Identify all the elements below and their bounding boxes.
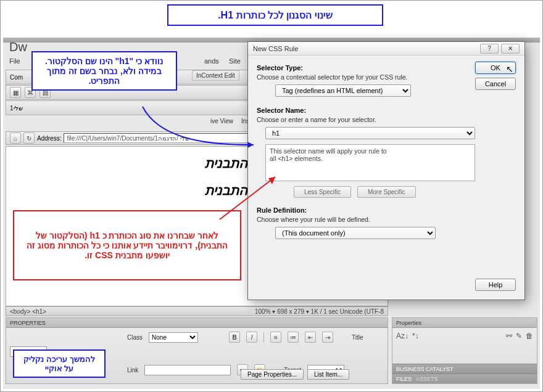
list-item-button[interactable]: List Item... bbox=[307, 369, 349, 380]
app-title: Dw bbox=[9, 40, 27, 54]
rule-definition-label: Rule Definition: bbox=[257, 206, 516, 214]
menu-commands[interactable]: ands bbox=[204, 57, 219, 65]
list-ul-icon[interactable]: ≡ bbox=[270, 332, 281, 343]
cursor-icon: ↖ bbox=[506, 64, 513, 74]
tab-files[interactable]: FILES bbox=[396, 376, 412, 382]
link-icon[interactable]: ⚯ bbox=[506, 332, 512, 340]
indent-icon[interactable]: ⇥ bbox=[322, 332, 333, 343]
annotation-preview: לאחר שבחרנו את סוג הכותרת כ h1 (הסלקטור … bbox=[13, 210, 241, 280]
status-info: 100% ▾ 698 x 279 ▾ 1K / 1 sec Unicode (U… bbox=[255, 308, 384, 315]
close-icon[interactable]: ✕ bbox=[501, 44, 520, 54]
dialog-titlebar[interactable]: New CSS Rule ? ✕ bbox=[248, 42, 524, 55]
class-select[interactable]: None bbox=[149, 332, 198, 343]
list-ol-icon[interactable]: ≔ bbox=[288, 332, 299, 343]
help-button[interactable]: Help bbox=[475, 279, 516, 291]
tab-assets[interactable]: ASSETS bbox=[416, 376, 438, 382]
selector-name-sub: Choose or enter a name for your selector… bbox=[257, 116, 516, 123]
page-properties-button[interactable]: Page Properties... bbox=[241, 369, 304, 380]
annotation-click-ok: להמשך עריכה נקליק על אוקיי bbox=[13, 349, 106, 378]
sort-star-icon[interactable]: *↓ bbox=[412, 332, 419, 340]
address-label: Address: bbox=[37, 135, 61, 142]
more-specific-button[interactable]: More Specific bbox=[357, 186, 416, 198]
tab-incontext[interactable]: InContext Edit bbox=[192, 70, 239, 81]
less-specific-button[interactable]: Less Specific bbox=[294, 186, 351, 198]
status-bar: <body> <h1> 100% ▾ 698 x 279 ▾ 1K / 1 se… bbox=[6, 306, 388, 316]
rule-definition-sub: Choose where your rule will be defined. bbox=[257, 216, 516, 223]
title-label: Title bbox=[352, 334, 363, 341]
side-properties-header[interactable]: Properties bbox=[392, 318, 537, 328]
link-input[interactable] bbox=[144, 365, 231, 375]
annotation-h1-selector: נוודא כי "h1" הינו שם הסלקטור. במידה ולא… bbox=[31, 51, 177, 91]
new-rule-icon[interactable]: ✎ bbox=[516, 332, 522, 340]
rule-definition-dropdown[interactable]: (This document only) bbox=[275, 227, 436, 239]
insert-icon[interactable]: ▦ bbox=[10, 87, 21, 98]
home-icon[interactable]: ⌂ bbox=[10, 133, 21, 144]
cancel-button[interactable]: Cancel bbox=[475, 78, 516, 90]
tab-business-catalyst[interactable]: BUSINESS CATALYST bbox=[392, 364, 537, 374]
italic-icon[interactable]: I bbox=[246, 332, 257, 343]
selector-name-label: Selector Name: bbox=[257, 107, 516, 114]
sort-az-icon[interactable]: Az↓ bbox=[396, 332, 408, 340]
menu-file[interactable]: File bbox=[9, 57, 20, 68]
bold-icon[interactable]: B bbox=[229, 332, 240, 343]
trash-icon[interactable]: 🗑 bbox=[526, 332, 533, 340]
tab-sheli[interactable]: שלי1 bbox=[10, 105, 23, 112]
tag-selector[interactable]: <body> <h1> bbox=[10, 308, 46, 315]
annotation-top: שינוי הסגנון לכל כותרות H1. bbox=[167, 4, 383, 26]
reload-icon[interactable]: ↻ bbox=[23, 133, 35, 144]
dialog-help-icon[interactable]: ? bbox=[480, 44, 499, 54]
class-label: Class bbox=[127, 334, 143, 341]
properties-header[interactable]: PROPERTIES bbox=[6, 318, 388, 328]
link-label: Link bbox=[127, 367, 138, 374]
tab-files-assets[interactable]: FILES ASSETS bbox=[392, 374, 537, 383]
selector-type-dropdown[interactable]: Tag (redefines an HTML element) bbox=[275, 84, 411, 97]
outdent-icon[interactable]: ⇤ bbox=[305, 332, 316, 343]
side-panel: Properties Az↓ *↓ ⚯ ✎ 🗑 BUSINESS CATALYS… bbox=[392, 317, 537, 384]
selector-name-dropdown[interactable]: h1 bbox=[265, 127, 475, 139]
menu-site[interactable]: Site bbox=[229, 57, 241, 65]
tab-common[interactable]: Com bbox=[10, 74, 23, 81]
dialog-title: New CSS Rule bbox=[253, 45, 298, 52]
selector-preview-text: This selector name will apply your rule … bbox=[265, 144, 475, 181]
btn-liveview[interactable]: ive View bbox=[210, 118, 233, 125]
new-css-rule-dialog: New CSS Rule ? ✕ Selector Type: Choose a… bbox=[247, 41, 525, 300]
